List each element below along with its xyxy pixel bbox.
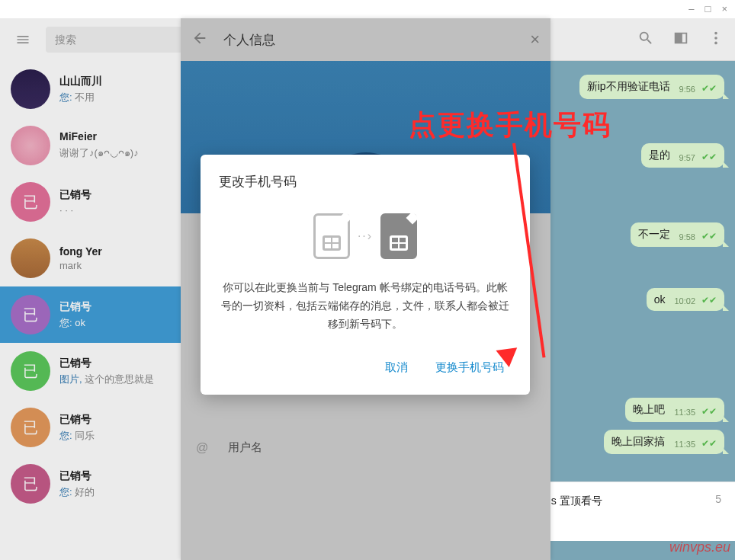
avatar	[11, 69, 50, 109]
more-icon[interactable]	[708, 30, 724, 50]
message-bubble[interactable]: 是的9:57✔✔	[641, 143, 724, 168]
arrow-icon: ··›	[358, 229, 373, 243]
dialog-title: 更改手机号码	[219, 173, 512, 190]
read-ticks-icon: ✔✔	[701, 438, 717, 449]
change-phone-dialog: 更改手机号码 ··› 你可以在此更换当前与 Telegram 帐号绑定的电话号码…	[201, 155, 530, 395]
window-titlebar: – □ ×	[0, 0, 735, 18]
window-minimize-icon[interactable]: –	[688, 3, 694, 14]
avatar: 已	[11, 295, 50, 334]
confirm-button[interactable]: 更换手机号码	[432, 356, 507, 379]
avatar	[11, 126, 50, 165]
watermark: winvps.eu	[669, 539, 730, 555]
message-bubble[interactable]: 晚上回家搞11:35✔✔	[604, 430, 724, 454]
dialog-body: 你可以在此更换当前与 Telegram 帐号绑定的电话号码。此帐号的一切资料，包…	[219, 279, 512, 333]
message-bubble[interactable]: 新ip不用验证电话9:56✔✔	[579, 75, 724, 99]
avatar: 已	[11, 464, 50, 504]
read-ticks-icon: ✔✔	[701, 152, 717, 162]
message-bubble[interactable]: 晚上吧11:35✔✔	[625, 398, 724, 422]
avatar: 已	[11, 182, 50, 222]
message-bubble[interactable]: 不一定9:58✔✔	[631, 222, 724, 247]
window-close-icon[interactable]: ×	[721, 3, 727, 14]
read-ticks-icon: ✔✔	[701, 295, 717, 306]
read-ticks-icon: ✔✔	[701, 406, 717, 417]
side-panel-icon[interactable]	[672, 30, 689, 50]
search-icon[interactable]	[637, 30, 654, 50]
annotation-text: 点更换手机号码	[409, 107, 611, 144]
avatar	[11, 238, 50, 278]
sim-illustration: ··›	[219, 213, 512, 259]
message-bubble[interactable]: ok10:02✔✔	[647, 288, 724, 311]
group-promo-count: 5	[715, 493, 721, 530]
menu-icon[interactable]	[6, 32, 40, 47]
read-ticks-icon: ✔✔	[701, 231, 717, 242]
cancel-button[interactable]: 取消	[382, 356, 411, 379]
window-maximize-icon[interactable]: □	[705, 3, 711, 14]
avatar: 已	[11, 351, 50, 391]
read-ticks-icon: ✔✔	[701, 83, 717, 94]
avatar: 已	[11, 408, 50, 447]
annotation-arrow-head	[496, 347, 519, 369]
